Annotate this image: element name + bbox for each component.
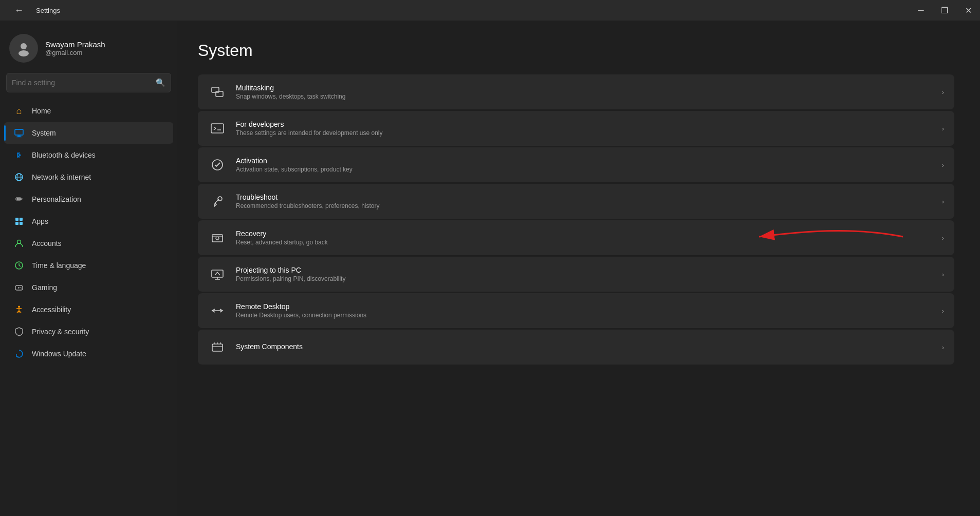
bluetooth-icon (13, 149, 25, 161)
multitasking-icon (208, 83, 227, 101)
time-icon (13, 260, 25, 271)
sidebar-item-label: Windows Update (32, 350, 86, 358)
sidebar-item-label: Privacy & security (32, 328, 89, 336)
chevron-right-icon: › (942, 198, 944, 205)
sidebar-item-label: Bluetooth & devices (32, 151, 96, 159)
multitasking-title: Multitasking (236, 84, 942, 92)
sidebar-item-personalization[interactable]: ✏ Personalization (4, 188, 173, 210)
chevron-right-icon: › (942, 161, 944, 169)
projecting-title: Projecting to this PC (236, 266, 942, 274)
sidebar-item-accounts[interactable]: Accounts (4, 233, 173, 254)
recovery-desc: Reset, advanced startup, go back (236, 239, 942, 246)
close-button[interactable]: ✕ (956, 0, 980, 21)
system-icon (13, 127, 25, 139)
chevron-right-icon: › (942, 125, 944, 132)
svg-rect-39 (212, 344, 223, 351)
sidebar-item-label: Home (32, 107, 51, 115)
svg-rect-25 (211, 124, 224, 133)
svg-rect-9 (15, 218, 19, 221)
privacy-icon (13, 326, 25, 337)
sidebar-item-network[interactable]: Network & internet (4, 166, 173, 188)
user-profile[interactable]: Swayam Prakash @gmail.com (0, 26, 177, 73)
chevron-right-icon: › (942, 307, 944, 315)
activation-desc: Activation state, subscriptions, product… (236, 166, 942, 173)
user-name: Swayam Prakash (45, 40, 105, 49)
sidebar-item-accessibility[interactable]: Accessibility (4, 299, 173, 320)
sidebar-item-label: Apps (32, 217, 48, 225)
troubleshoot-text: Troubleshoot Recommended troubleshooters… (236, 193, 942, 209)
settings-item-developers[interactable]: For developers These settings are intend… (198, 111, 954, 146)
settings-item-remote-desktop[interactable]: Remote Desktop Remote Desktop users, con… (198, 293, 954, 328)
svg-rect-35 (212, 270, 223, 277)
svg-point-1 (19, 50, 29, 56)
network-icon (13, 171, 25, 183)
sidebar-item-label: Personalization (32, 195, 81, 203)
svg-rect-33 (212, 235, 223, 237)
settings-item-system-components[interactable]: System Components › (198, 330, 954, 365)
sidebar-item-apps[interactable]: Apps (4, 211, 173, 232)
svg-rect-3 (17, 136, 21, 137)
sidebar-item-label: System (32, 129, 56, 137)
svg-line-27 (214, 128, 216, 130)
svg-line-16 (19, 265, 21, 266)
sidebar-item-bluetooth[interactable]: Bluetooth & devices (4, 144, 173, 166)
svg-rect-4 (16, 137, 22, 137)
chevron-right-icon: › (942, 88, 944, 96)
search-box[interactable]: 🔍 (6, 73, 171, 92)
sidebar-item-gaming[interactable]: Gaming (4, 277, 173, 298)
titlebar-left: ← Settings (7, 0, 60, 21)
sidebar-item-time[interactable]: Time & language (4, 255, 173, 276)
recovery-wrapper: Recovery Reset, advanced startup, go bac… (198, 220, 954, 255)
sidebar-item-label: Gaming (32, 283, 57, 292)
developers-desc: These settings are intended for developm… (236, 129, 942, 137)
sidebar-item-update[interactable]: Windows Update (4, 343, 173, 365)
activation-icon (208, 156, 227, 174)
maximize-button[interactable]: ❐ (933, 0, 956, 21)
sidebar-item-home[interactable]: ⌂ Home (4, 100, 173, 122)
sidebar-item-label: Time & language (32, 261, 86, 270)
settings-item-troubleshoot[interactable]: Troubleshoot Recommended troubleshooters… (198, 184, 954, 219)
projecting-desc: Permissions, pairing PIN, discoverabilit… (236, 275, 942, 282)
back-button[interactable]: ← (7, 0, 31, 21)
system-components-text: System Components (236, 342, 942, 352)
sidebar-item-privacy[interactable]: Privacy & security (4, 321, 173, 342)
troubleshoot-title: Troubleshoot (236, 193, 942, 201)
sidebar-item-label: Network & internet (32, 173, 91, 181)
gaming-icon (13, 282, 25, 293)
multitasking-text: Multitasking Snap windows, desktops, tas… (236, 84, 942, 100)
remote-desktop-text: Remote Desktop Remote Desktop users, con… (236, 302, 942, 319)
svg-rect-12 (20, 222, 23, 225)
titlebar-title: Settings (36, 7, 60, 14)
svg-point-0 (21, 43, 27, 49)
svg-point-20 (20, 287, 21, 288)
search-input[interactable] (12, 79, 156, 87)
developers-title: For developers (236, 120, 942, 128)
remote-desktop-title: Remote Desktop (236, 302, 942, 311)
home-icon: ⌂ (13, 105, 25, 117)
titlebar: ← Settings ─ ❐ ✕ (0, 0, 980, 21)
settings-item-multitasking[interactable]: Multitasking Snap windows, desktops, tas… (198, 74, 954, 109)
system-components-title: System Components (236, 342, 942, 351)
multitasking-desc: Snap windows, desktops, task switching (236, 93, 942, 100)
chevron-right-icon: › (942, 234, 944, 242)
update-icon (13, 348, 25, 359)
svg-point-30 (218, 197, 222, 201)
remote-desktop-icon (208, 301, 227, 320)
app-body: Swayam Prakash @gmail.com 🔍 ⌂ Home (0, 21, 980, 516)
svg-rect-2 (15, 129, 23, 135)
settings-item-activation[interactable]: Activation Activation state, subscriptio… (198, 147, 954, 182)
remote-desktop-desc: Remote Desktop users, connection permiss… (236, 312, 942, 319)
settings-item-projecting[interactable]: Projecting to this PC Permissions, pairi… (198, 257, 954, 292)
user-info: Swayam Prakash @gmail.com (45, 40, 105, 56)
activation-text: Activation Activation state, subscriptio… (236, 157, 942, 173)
settings-item-recovery[interactable]: Recovery Reset, advanced startup, go bac… (198, 220, 954, 255)
page-title: System (198, 41, 954, 60)
settings-list: Multitasking Snap windows, desktops, tas… (198, 74, 954, 365)
sidebar: Swayam Prakash @gmail.com 🔍 ⌂ Home (0, 21, 177, 516)
recovery-icon (208, 228, 227, 247)
avatar (9, 34, 38, 63)
apps-icon (13, 216, 25, 227)
minimize-button[interactable]: ─ (909, 0, 933, 21)
accounts-icon (13, 238, 25, 249)
sidebar-item-system[interactable]: System (4, 122, 173, 144)
